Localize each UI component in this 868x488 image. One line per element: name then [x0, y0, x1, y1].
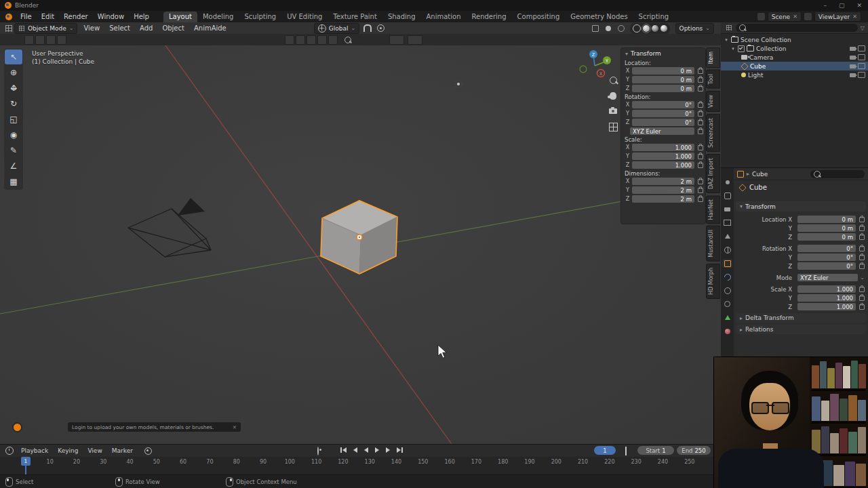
prop-rotation-x[interactable]: 0°: [797, 245, 856, 252]
workspace-tab[interactable]: Shading: [382, 12, 421, 22]
camera-object[interactable]: [128, 198, 211, 257]
viewport-3d[interactable]: User Perspective (1) Collection | Cube ↖…: [0, 45, 721, 444]
lock-icon[interactable]: [698, 111, 703, 117]
viewport-menu[interactable]: View: [79, 24, 104, 32]
rotation-y-field[interactable]: 0°: [632, 110, 694, 117]
tool-select-box[interactable]: ↖: [5, 49, 22, 64]
sidebar-tab[interactable]: Screencast: [706, 114, 720, 152]
outliner-row-collection[interactable]: ▾ Collection: [721, 44, 868, 53]
snap-dropdown-icon[interactable]: [408, 35, 422, 45]
menubar-menu[interactable]: Render: [59, 13, 93, 20]
timeline-menu[interactable]: Playback: [16, 447, 53, 454]
tool-cursor[interactable]: ⊕: [5, 65, 22, 80]
orientation-dropdown[interactable]: Global ⌄: [314, 23, 359, 34]
sidebar-tab[interactable]: MustardUI: [706, 226, 720, 262]
timeline-menu[interactable]: Marker: [107, 447, 138, 454]
workspace-tab[interactable]: Sculpting: [239, 12, 281, 22]
workspace-tab[interactable]: Compositing: [512, 12, 566, 22]
sidebar-tab[interactable]: Item: [706, 47, 720, 68]
tool-settings-icon[interactable]: [46, 35, 56, 45]
tool-rotate[interactable]: ↻: [5, 96, 22, 111]
prop-location-z[interactable]: 0 m: [797, 233, 856, 241]
playhead[interactable]: 1: [21, 457, 31, 466]
prop-rotation-mode[interactable]: XYZ Euler: [797, 274, 858, 281]
workspace-tab[interactable]: Scripting: [633, 12, 674, 22]
menubar-menu[interactable]: Edit: [37, 13, 59, 20]
transform-section-header[interactable]: ▾ Transform: [736, 201, 866, 211]
editor-type-icon[interactable]: [4, 24, 13, 33]
collection-checkbox[interactable]: [738, 45, 745, 52]
prop-scale-z[interactable]: 1.000: [797, 303, 856, 310]
toast-close-icon[interactable]: ✕: [233, 424, 237, 430]
tab-constraints-icon[interactable]: [722, 300, 732, 308]
prop-location-y[interactable]: 0 m: [797, 224, 856, 232]
camera-view-icon[interactable]: [608, 106, 618, 116]
id-block-row[interactable]: Cube: [734, 183, 868, 192]
scale-z-field[interactable]: 1.000: [632, 161, 694, 169]
filter-dropdown-icon[interactable]: [389, 35, 404, 45]
select-mode-icon[interactable]: [285, 35, 294, 45]
workspace-tab[interactable]: UV Editing: [281, 12, 328, 22]
pan-hand-icon[interactable]: [608, 91, 618, 100]
lock-icon[interactable]: [859, 226, 865, 231]
frame-start-field[interactable]: Start 1: [637, 446, 674, 455]
workspace-tab[interactable]: Modeling: [197, 12, 239, 22]
show-overlays-icon[interactable]: [604, 24, 613, 33]
workspace-tab[interactable]: Layout: [163, 12, 197, 22]
expand-icon[interactable]: ▾: [724, 37, 729, 43]
viewport-visibility-icon[interactable]: [858, 45, 865, 52]
lock-icon[interactable]: [698, 145, 703, 150]
menubar-menu[interactable]: Window: [93, 13, 129, 20]
tab-render-icon[interactable]: [722, 191, 732, 200]
maximize-button[interactable]: ▢: [833, 2, 851, 9]
lock-icon[interactable]: [698, 154, 703, 159]
viewlayer-browse-icon[interactable]: [804, 13, 812, 20]
lock-icon[interactable]: [859, 255, 865, 260]
zoom-icon[interactable]: [608, 75, 618, 85]
show-gizmo-icon[interactable]: [591, 24, 600, 33]
tab-world-icon[interactable]: [722, 245, 732, 254]
prop-scale-y[interactable]: 1.000: [797, 294, 856, 302]
next-keyframe-button[interactable]: [383, 447, 393, 453]
viewlayer-unlink-icon[interactable]: ✕: [852, 14, 857, 20]
sidebar-tab[interactable]: View: [706, 91, 720, 112]
workspace-tab[interactable]: Rendering: [466, 12, 511, 22]
search-icon[interactable]: [344, 37, 351, 43]
location-x-field[interactable]: 0 m: [632, 67, 694, 75]
prop-scale-x[interactable]: 1.000: [797, 285, 856, 293]
lock-icon[interactable]: [698, 188, 703, 193]
viewport-menu[interactable]: Object: [157, 24, 189, 32]
play-reverse-button[interactable]: [361, 447, 371, 453]
relations-section[interactable]: ▸ Relations: [736, 325, 866, 334]
shading-wireframe-icon[interactable]: [633, 24, 641, 33]
viewlayer-selector[interactable]: ViewLayer ✕: [814, 12, 861, 22]
dimensions-y-field[interactable]: 2 m: [632, 186, 694, 194]
scene-selector[interactable]: Scene ✕: [768, 12, 802, 22]
panel-collapse-icon[interactable]: ▾: [625, 51, 628, 57]
tool-move[interactable]: [5, 81, 22, 96]
lock-icon[interactable]: [698, 68, 703, 74]
tab-object-icon[interactable]: [722, 259, 732, 268]
tab-tool-icon[interactable]: [722, 178, 732, 186]
tool-settings-icon[interactable]: [35, 35, 45, 45]
outliner-row-scene-collection[interactable]: ▾ Scene Collection: [721, 35, 868, 44]
auto-key-icon[interactable]: [317, 447, 319, 455]
select-mode-icon[interactable]: [317, 35, 327, 45]
render-visibility-icon[interactable]: [850, 47, 856, 51]
shading-rendered-icon[interactable]: [660, 25, 667, 32]
lock-icon[interactable]: [859, 304, 865, 310]
render-visibility-icon[interactable]: [850, 56, 856, 60]
tab-scene-icon[interactable]: [722, 232, 732, 241]
tab-view-layer-icon[interactable]: [722, 218, 732, 227]
jump-to-end-button[interactable]: [394, 447, 406, 453]
shading-solid-icon[interactable]: [643, 25, 650, 32]
frame-end-field[interactable]: End 250: [677, 446, 711, 455]
snap-magnet-icon[interactable]: [363, 24, 372, 32]
workspace-tab[interactable]: Texture Paint: [328, 12, 382, 22]
viewport-menu[interactable]: Select: [104, 24, 135, 32]
lock-icon[interactable]: [698, 163, 703, 168]
lock-icon[interactable]: [698, 129, 703, 134]
location-z-field[interactable]: 0 m: [632, 85, 694, 92]
viewport-visibility-icon[interactable]: [858, 72, 865, 78]
viewport-menu[interactable]: Add: [135, 24, 157, 32]
